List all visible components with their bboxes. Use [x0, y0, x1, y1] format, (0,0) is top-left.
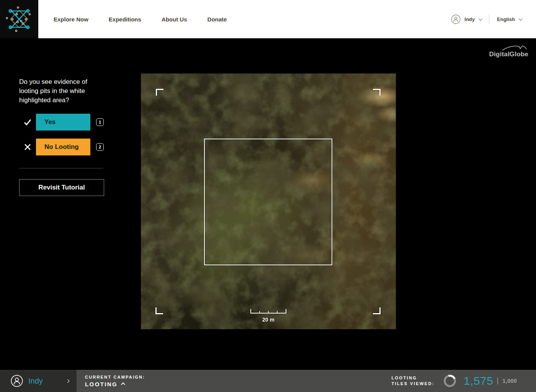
user-avatar-icon — [451, 15, 461, 24]
map-scale-bar: 20 m — [250, 309, 286, 323]
tiles-viewed-total: 1,000 — [502, 378, 517, 384]
globalxplorer-logo[interactable] — [0, 0, 38, 38]
footer-user-chevron-right-icon — [66, 379, 70, 383]
highlight-square — [204, 139, 332, 265]
language-menu-label: English — [497, 16, 515, 22]
shortcut-key-2-badge: 2 — [96, 143, 104, 151]
revisit-tutorial-button[interactable]: Revisit Tutorial — [19, 179, 104, 196]
digitalglobe-swoosh-icon — [502, 45, 527, 51]
question-line-3: highlighted area? — [19, 96, 111, 105]
nav-donate[interactable]: Donate — [208, 16, 227, 23]
current-campaign-label: CURRENT CAMPAIGN: — [85, 375, 145, 379]
tiles-label-line-1: LOOTING — [391, 375, 434, 381]
bottom-status-bar: Indy CURRENT CAMPAIGN: LOOTING LOOTING T… — [0, 370, 536, 392]
answer-no-looting-label: No Looting — [36, 143, 79, 151]
user-menu[interactable]: Indy — [451, 15, 481, 24]
current-campaign: CURRENT CAMPAIGN: LOOTING — [85, 375, 145, 387]
answer-no-looting-button[interactable]: No Looting — [19, 139, 90, 155]
main-nav: Explore Now Expeditions About Us Donate — [54, 16, 227, 23]
language-menu-chevron-down-icon — [519, 17, 523, 21]
corner-bracket-top-right — [373, 89, 381, 96]
corner-bracket-top-left — [156, 89, 163, 96]
tiles-label-line-2: TILES VIEWED: — [391, 381, 434, 387]
digitalglobe-watermark: DigitalGlobe — [482, 45, 528, 58]
user-menu-chevron-down-icon — [479, 17, 482, 21]
campaign-selector[interactable]: LOOTING — [85, 381, 145, 387]
nav-about-us[interactable]: About Us — [162, 16, 187, 23]
answer-row-yes: Yes 1 — [19, 114, 111, 131]
corner-bracket-bottom-left — [155, 307, 163, 314]
campaign-chevron-up-icon — [121, 382, 125, 387]
scale-bar-ruler-icon — [250, 309, 286, 314]
footer-user-avatar-icon — [11, 375, 23, 387]
question-panel: Do you see evidence of looting pits in t… — [19, 77, 111, 196]
question-line-1: Do you see evidence of — [19, 77, 111, 87]
globalxplorer-logo-icon — [5, 5, 34, 34]
answer-yes-button[interactable]: Yes — [19, 114, 90, 131]
panel-divider — [19, 168, 103, 168]
answer-row-no: No Looting 2 — [19, 139, 111, 155]
question-line-2: looting pits in the white — [19, 87, 111, 96]
shortcut-key-1-badge: 1 — [96, 118, 104, 126]
answer-yes-label: Yes — [36, 118, 56, 126]
scale-bar-label: 20 m — [250, 317, 286, 323]
header-right-group: Indy English — [451, 0, 521, 38]
yes-checkbox — [19, 114, 36, 131]
top-header: Explore Now Expeditions About Us Donate … — [0, 0, 536, 38]
check-icon — [23, 118, 32, 127]
progress-ring-icon — [443, 374, 457, 388]
answer-buttons: Yes 1 No Looting 2 — [19, 114, 111, 155]
tiles-viewed-label: LOOTING TILES VIEWED: — [391, 375, 434, 387]
question-text: Do you see evidence of looting pits in t… — [19, 77, 111, 105]
language-menu[interactable]: English — [497, 16, 521, 22]
tiles-viewed-count: 1,575 — [464, 374, 494, 387]
count-separator — [497, 377, 498, 384]
digitalglobe-brand-text: DigitalGlobe — [482, 51, 528, 58]
user-menu-name: Indy — [464, 16, 475, 22]
campaign-name: LOOTING — [85, 381, 118, 387]
footer-user-panel[interactable]: Indy — [0, 370, 77, 392]
x-icon — [23, 142, 32, 152]
header-divider — [489, 14, 489, 24]
satellite-tile-viewer[interactable]: 20 m — [141, 74, 396, 329]
tiles-viewed-group: LOOTING TILES VIEWED: 1,575 1,000 — [391, 374, 517, 388]
nav-expeditions[interactable]: Expeditions — [109, 16, 141, 23]
nav-explore-now[interactable]: Explore Now — [54, 16, 88, 23]
no-checkbox — [19, 139, 36, 155]
footer-user-name: Indy — [28, 377, 43, 385]
corner-bracket-bottom-right — [373, 307, 381, 314]
